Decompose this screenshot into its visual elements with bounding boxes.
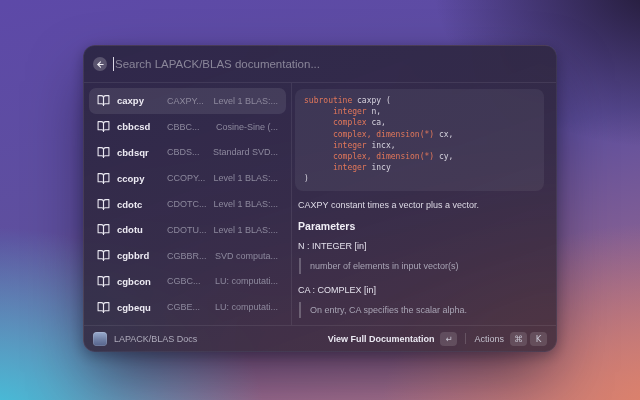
book-icon <box>97 146 110 159</box>
item-name: cgbcon <box>117 276 160 287</box>
list-item-cgbbrd[interactable]: cgbbrdCGBBR...SVD computa... <box>89 243 286 269</box>
item-name: cgbequ <box>117 302 160 313</box>
item-name: cbbcsd <box>117 121 160 132</box>
launcher-window: caxpyCAXPY...Level 1 BLAS:...cbbcsdCBBC.… <box>83 45 557 352</box>
actions-label: Actions <box>474 334 504 344</box>
item-category: LU: computati... <box>215 276 278 286</box>
item-subtitle: CGBE... <box>167 302 208 312</box>
item-category: Cosine-Sine (... <box>216 122 278 132</box>
content-area: caxpyCAXPY...Level 1 BLAS:...cbbcsdCBBC.… <box>84 83 556 325</box>
code-line: complex, dimension(*) cy, <box>304 151 535 162</box>
list-item-ccopy[interactable]: ccopyCCOPY...Level 1 BLAS:... <box>89 165 286 191</box>
parameter-signature: CA : COMPLEX [in] <box>298 285 544 295</box>
app-icon <box>93 332 107 346</box>
code-line: integer incx, <box>304 140 535 151</box>
code-line: integer incy <box>304 162 535 173</box>
item-category: LU: computati... <box>215 302 278 312</box>
parameters-section: N : INTEGER [in]number of elements in in… <box>295 241 544 318</box>
search-bar <box>84 46 556 83</box>
parameters-heading: Parameters <box>298 220 544 232</box>
item-subtitle: CGBC... <box>167 276 208 286</box>
app-name: LAPACK/BLAS Docs <box>114 334 197 344</box>
item-name: caxpy <box>117 95 160 106</box>
item-category: SVD computa... <box>215 251 278 261</box>
actions-button[interactable]: Actions ⌘K <box>474 332 547 346</box>
search-input[interactable] <box>115 58 547 70</box>
return-key-icon: ↵ <box>440 332 457 346</box>
item-subtitle: CGBBR... <box>167 251 208 261</box>
item-name: cdotu <box>117 224 160 235</box>
list-item-cgbequ[interactable]: cgbequCGBE...LU: computati... <box>89 294 286 320</box>
parameter-description: number of elements in input vector(s) <box>299 258 544 274</box>
code-line: complex ca, <box>304 117 535 128</box>
k-key-icon: K <box>530 332 547 346</box>
item-category: Level 1 BLAS:... <box>214 96 279 106</box>
item-category: Level 1 BLAS:... <box>214 173 279 183</box>
list-item-cbdsqr[interactable]: cbdsqrCBDS...Standard SVD... <box>89 140 286 166</box>
item-subtitle: CAXPY... <box>167 96 207 106</box>
item-subtitle: CCOPY... <box>167 173 207 183</box>
list-item-cdotu[interactable]: cdotuCDOTU...Level 1 BLAS:... <box>89 217 286 243</box>
list-item-cdotc[interactable]: cdotcCDOTC...Level 1 BLAS:... <box>89 191 286 217</box>
parameter-description: On entry, CA specifies the scalar alpha. <box>299 302 544 318</box>
item-subtitle: CDOTU... <box>167 225 207 235</box>
code-block: subroutine caxpy ( integer n, complex ca… <box>295 89 544 191</box>
book-icon <box>97 172 110 185</box>
list-item-cgbcon[interactable]: cgbconCGBC...LU: computati... <box>89 268 286 294</box>
code-line: complex, dimension(*) cx, <box>304 129 535 140</box>
item-category: Standard SVD... <box>213 147 278 157</box>
item-category: Level 1 BLAS:... <box>214 199 279 209</box>
book-icon <box>97 301 110 314</box>
list-item-cbbcsd[interactable]: cbbcsdCBBC...Cosine-Sine (... <box>89 114 286 140</box>
item-subtitle: CBBC... <box>167 122 209 132</box>
code-line: integer n, <box>304 106 535 117</box>
item-name: ccopy <box>117 173 160 184</box>
item-name: cdotc <box>117 199 160 210</box>
code-line: ) <box>304 173 535 184</box>
item-subtitle: CBDS... <box>167 147 206 157</box>
book-icon <box>97 198 110 211</box>
book-icon <box>97 120 110 133</box>
book-icon <box>97 223 110 236</box>
footer-bar: LAPACK/BLAS Docs View Full Documentation… <box>84 325 556 351</box>
item-subtitle: CDOTC... <box>167 199 207 209</box>
view-full-documentation-label: View Full Documentation <box>328 334 435 344</box>
footer-divider <box>465 333 466 344</box>
text-caret <box>113 57 114 71</box>
detail-pane: subroutine caxpy ( integer n, complex ca… <box>292 83 556 325</box>
item-name: cgbbrd <box>117 250 160 261</box>
results-list: caxpyCAXPY...Level 1 BLAS:...cbbcsdCBBC.… <box>84 83 292 325</box>
item-category: Level 1 BLAS:... <box>214 225 279 235</box>
item-name: cbdsqr <box>117 147 160 158</box>
book-icon <box>97 94 110 107</box>
parameter-signature: N : INTEGER [in] <box>298 241 544 251</box>
list-item-caxpy[interactable]: caxpyCAXPY...Level 1 BLAS:... <box>89 88 286 114</box>
back-button[interactable] <box>93 57 107 71</box>
view-full-documentation-button[interactable]: View Full Documentation ↵ <box>328 332 458 346</box>
code-line: subroutine caxpy ( <box>304 95 535 106</box>
function-description: CAXPY constant times a vector plus a vec… <box>298 200 544 210</box>
book-icon <box>97 275 110 288</box>
book-icon <box>97 249 110 262</box>
arrow-left-icon <box>96 60 105 69</box>
command-key-icon: ⌘ <box>510 332 527 346</box>
